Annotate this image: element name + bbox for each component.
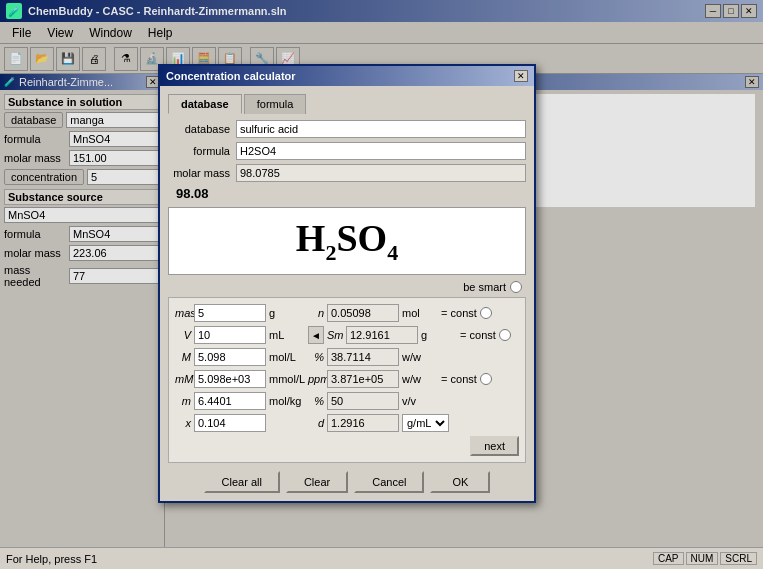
num-key: NUM [686,552,719,565]
tab-formula[interactable]: formula [244,94,307,114]
m-label: M [175,351,191,363]
pct-vv-input[interactable] [327,392,399,410]
status-bar: For Help, press F1 CAP NUM SCRL [0,547,763,569]
dialog-overlay: Concentration calculator ✕ database form… [0,0,763,569]
n-unit: mol [402,307,438,319]
ppm-input[interactable] [327,370,399,388]
m-input[interactable] [194,348,266,366]
status-keys: CAP NUM SCRL [653,552,757,565]
calc-row-x: x d g/mL kg/L [175,414,519,432]
dialog-button-row: Clear all Clear Cancel OK [168,471,526,493]
molar-mass-form-input[interactable] [236,164,526,182]
calc-row-m: M mol/L % w/w [175,348,519,366]
sm-const-radio[interactable] [499,329,511,341]
calc-row-mass: mass g n mol = const [175,304,519,322]
formula-form-input[interactable] [236,142,526,160]
sm-const: = const [460,329,496,341]
calc-row-m-lower: m mol/kg % v/v [175,392,519,410]
mm-label: mM [175,373,191,385]
sm-input[interactable] [346,326,418,344]
v-input[interactable] [194,326,266,344]
molar-mass-form-row: molar mass [168,164,526,182]
dialog-title: Concentration calculator [166,70,514,82]
d-input[interactable] [327,414,399,432]
n-input[interactable] [327,304,399,322]
be-smart-label: be smart [463,281,506,293]
mm-input[interactable] [194,370,266,388]
sm-unit: g [421,329,457,341]
molar-mass-display: 98.08 [176,186,526,201]
pct-vv-unit: v/v [402,395,438,407]
database-form-label: database [168,123,236,135]
dialog-content: database formula database formula molar … [160,86,534,501]
v-unit: mL [269,329,305,341]
status-text: For Help, press F1 [6,553,97,565]
next-button[interactable]: next [470,436,519,456]
formula-display-text: H2SO4 [296,216,398,266]
database-form-input[interactable] [236,120,526,138]
next-row: next [175,436,519,456]
be-smart-radio[interactable] [510,281,522,293]
pct-label: % [308,351,324,363]
arrow-button[interactable]: ◄ [308,326,324,344]
database-form-row: database [168,120,526,138]
d-label: d [308,417,324,429]
m-lower-label: m [175,395,191,407]
concentration-dialog: Concentration calculator ✕ database form… [158,64,536,503]
calc-row-v: V mL ◄ Sm g = const [175,326,519,344]
formula-display-box: H2SO4 [168,207,526,275]
formula-form-label: formula [168,145,236,157]
cancel-button[interactable]: Cancel [354,471,424,493]
sm-label: Sm [327,329,343,341]
m-lower-input[interactable] [194,392,266,410]
mm-unit: mmol/L [269,373,305,385]
n-label: n [308,307,324,319]
cap-key: CAP [653,552,684,565]
mass-unit: g [269,307,305,319]
clear-button[interactable]: Clear [286,471,348,493]
x-input[interactable] [194,414,266,432]
scrl-key: SCRL [720,552,757,565]
calc-grid: mass g n mol = const V mL ◄ Sm [168,297,526,463]
dialog-close-button[interactable]: ✕ [514,70,528,82]
ppm-const: = const [441,373,477,385]
molar-mass-form-label: molar mass [168,167,236,179]
ppm-const-radio[interactable] [480,373,492,385]
mass-input[interactable] [194,304,266,322]
ppm-label: ppm [308,373,324,385]
dialog-title-bar: Concentration calculator ✕ [160,66,534,86]
clear-all-button[interactable]: Clear all [204,471,280,493]
tab-database[interactable]: database [168,94,242,114]
ppm-unit: w/w [402,373,438,385]
be-smart-row: be smart [168,281,526,293]
x-label: x [175,417,191,429]
density-select[interactable]: g/mL kg/L [402,414,449,432]
m-unit: mol/L [269,351,305,363]
calc-row-mm: mM mmol/L ppm w/w = const [175,370,519,388]
n-const: = const [441,307,477,319]
formula-form-row: formula [168,142,526,160]
v-label: V [175,329,191,341]
mass-label: mass [175,307,191,319]
m-lower-unit: mol/kg [269,395,305,407]
pct-vv-label: % [308,395,324,407]
n-const-radio[interactable] [480,307,492,319]
dialog-tabs: database formula [168,94,526,114]
ok-button[interactable]: OK [430,471,490,493]
pct-unit: w/w [402,351,438,363]
pct-input[interactable] [327,348,399,366]
